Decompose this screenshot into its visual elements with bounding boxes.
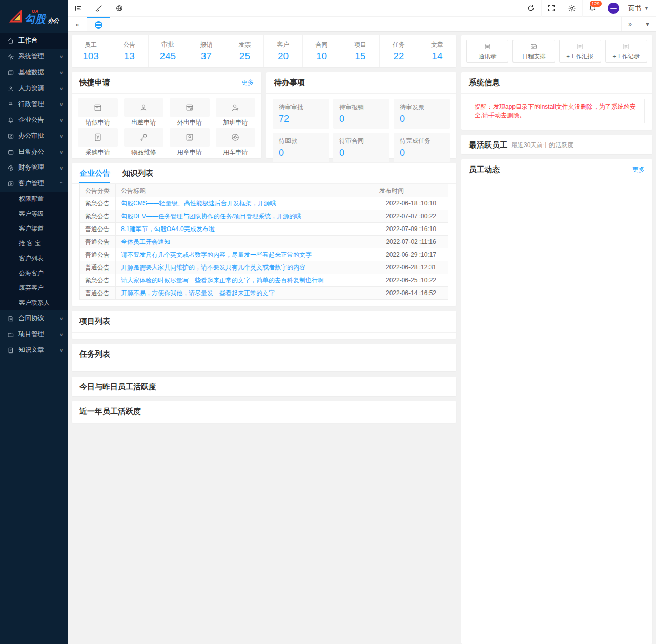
quick-apply-用车申请[interactable]: 用车申请: [216, 128, 256, 156]
action-通讯录[interactable]: 通讯录: [466, 40, 508, 63]
sidebar-item-工作台[interactable]: 工作台: [0, 33, 68, 49]
sidebar-subitem-客户渠道[interactable]: 客户渠道: [0, 221, 68, 236]
folder-icon: [7, 331, 14, 338]
sidebar-subitem-客户等级[interactable]: 客户等级: [0, 206, 68, 221]
tabs-menu-icon[interactable]: ▾: [639, 17, 656, 31]
announcement-title-link[interactable]: 勾股CMS——轻量级、高性能极速后台开发框架，开源哦: [121, 200, 276, 207]
sidebar-item-知识文章[interactable]: 知识文章∨: [0, 342, 68, 358]
action-日程安排[interactable]: 日程安排: [512, 40, 555, 63]
sidebar-item-合同协议[interactable]: 合同协议∨: [0, 310, 68, 326]
sidebar-item-办公审批[interactable]: 办公审批∨: [0, 128, 68, 144]
quick-apply-采购申请[interactable]: 采购申请: [78, 128, 118, 156]
theme-brush-icon[interactable]: [89, 0, 109, 17]
stat-员工[interactable]: 员工103: [72, 35, 110, 67]
todo-待审合同[interactable]: 待审合同0: [333, 133, 389, 162]
announcement-title-link[interactable]: 请不要发只有几个英文或者数字的内容，尽量发一些看起来正常的文字: [121, 251, 312, 258]
tab-知识列表[interactable]: 知识列表: [122, 169, 153, 183]
notifications-bell-icon[interactable]: 129: [582, 0, 603, 17]
sidebar-item-日常办公[interactable]: 日常办公∨: [0, 144, 68, 160]
language-globe-icon[interactable]: [109, 0, 130, 17]
employee-feed-more-link[interactable]: 更多: [632, 165, 645, 174]
sidebar-item-财务管理[interactable]: 财务管理∨: [0, 160, 68, 176]
sidebar-item-企业公告[interactable]: 企业公告∨: [0, 112, 68, 128]
quick-apply-外出申请[interactable]: 外出申请: [170, 98, 210, 126]
user-menu[interactable]: 一页书 ▼: [603, 3, 656, 14]
sidebar-subitem-客户联系人[interactable]: 客户联系人: [0, 296, 68, 310]
quick-apply-请假申请[interactable]: 请假申请: [78, 98, 118, 126]
sidebar-item-人力资源[interactable]: 人力资源∨: [0, 80, 68, 96]
action-+工作记录[interactable]: +工作记录: [605, 40, 647, 63]
app-logo[interactable]: OA 勾股 办公: [0, 0, 68, 33]
stat-项目[interactable]: 项目15: [341, 35, 380, 67]
quick-apply-加班申请[interactable]: 加班申请: [216, 98, 256, 126]
notification-badge: 129: [590, 1, 602, 7]
employee-feed-list: [461, 178, 652, 187]
stat-label: 审批: [161, 40, 174, 49]
refresh-icon[interactable]: [521, 0, 541, 17]
quick-apply-more-link[interactable]: 更多: [241, 78, 254, 87]
action-+工作汇报[interactable]: +工作汇报: [559, 40, 601, 63]
stat-value: 103: [83, 51, 99, 62]
fullscreen-icon[interactable]: [541, 0, 562, 17]
announcement-title-link[interactable]: 开源是需要大家共同维护的，请不要发只有几个英文或者数字的内容: [121, 264, 305, 271]
stat-公告[interactable]: 公告13: [110, 35, 149, 67]
settings-gear-icon[interactable]: [562, 0, 582, 17]
heatmap-title: 近一年员工活跃度: [79, 407, 141, 417]
todo-待回款[interactable]: 待回款0: [273, 133, 329, 162]
sidebar-subitem-抢客宝[interactable]: 抢 客 宝: [0, 236, 68, 251]
stat-客户[interactable]: 客户20: [264, 35, 302, 67]
coin-icon: [7, 164, 14, 172]
quick-apply-物品维修[interactable]: 物品维修: [124, 128, 164, 156]
todo-待审发票[interactable]: 待审发票0: [394, 99, 450, 129]
sidebar-subitem-客户列表[interactable]: 客户列表: [0, 251, 68, 266]
tabs-scroll-left-icon[interactable]: «: [68, 17, 87, 31]
announcement-category: 紧急公告: [80, 274, 116, 287]
sidebar-item-行政管理[interactable]: 行政管理∨: [0, 96, 68, 112]
contacts-icon: [484, 43, 491, 50]
announcement-title-link[interactable]: 开源不易，方便你我他，请尽量发一些看起来正常的文字: [121, 289, 275, 297]
announcement-title-link[interactable]: 请大家体验的时候尽量写一些看起来正常的文字，简单的去百科复制也行啊: [121, 277, 324, 284]
sidebar-item-label: 项目管理: [18, 330, 59, 339]
announcement-title-link[interactable]: 8.1建军节，勾股OA4.0完成发布啦: [121, 225, 215, 233]
col-header: 公告分类: [80, 184, 116, 197]
sidebar-subitem-公海客户[interactable]: 公海客户: [0, 266, 68, 281]
stat-label: 发票: [238, 40, 251, 49]
tab-企业公告[interactable]: 企业公告: [79, 169, 110, 183]
stat-报销[interactable]: 报销37: [187, 35, 225, 67]
sidebar-subitem-权限配置[interactable]: 权限配置: [0, 192, 68, 206]
quick-apply-用章申请[interactable]: 用章申请: [170, 128, 210, 156]
idcard-icon: [7, 133, 14, 140]
announcement-title-link[interactable]: 勾股DEV——任务管理与团队协作的任务/项目管理系统，开源的哦: [121, 213, 301, 220]
logo-triangle-icon: [9, 10, 23, 23]
col-header: 发布时间: [374, 184, 448, 197]
chevron-up-icon: ⌃: [59, 181, 63, 186]
announcement-title-link[interactable]: 全体员工开会通知: [121, 238, 170, 245]
stat-任务[interactable]: 任务22: [380, 35, 418, 67]
sidebar-subitem-废弃客户[interactable]: 废弃客户: [0, 281, 68, 296]
todo-待完成任务[interactable]: 待完成任务0: [394, 133, 450, 162]
todo-待审报销[interactable]: 待审报销0: [333, 99, 389, 129]
stat-发票[interactable]: 发票25: [225, 35, 264, 67]
tab-workbench[interactable]: [87, 17, 110, 31]
stat-审批[interactable]: 审批245: [149, 35, 187, 67]
projects-card: 项目列表: [72, 311, 456, 339]
stat-label: 任务: [393, 40, 405, 49]
collapse-menu-icon[interactable]: [68, 0, 89, 17]
announcements-table: 公告分类公告标题发布时间 紧急公告勾股CMS——轻量级、高性能极速后台开发框架，…: [79, 184, 448, 300]
action-label: 通讯录: [479, 53, 497, 60]
quick-apply-出差申请[interactable]: 出差申请: [124, 98, 164, 126]
todo-value: 0: [339, 114, 383, 124]
doc-lines-icon: [93, 102, 103, 113]
sidebar-item-基础数据[interactable]: 基础数据∨: [0, 65, 68, 80]
tabs-scroll-right-icon[interactable]: »: [621, 17, 639, 31]
sidebar-item-项目管理[interactable]: 项目管理∨: [0, 326, 68, 342]
sidebar-item-系统管理[interactable]: 系统管理∨: [0, 49, 68, 65]
customer-icon: [7, 180, 14, 188]
tasks-title: 任务列表: [79, 349, 110, 359]
sidebar-item-客户管理[interactable]: 客户管理⌃: [0, 176, 68, 192]
announcement-time: 2022-07-07 :00:22: [374, 210, 448, 223]
stat-合同[interactable]: 合同10: [303, 35, 341, 67]
todo-待审审批[interactable]: 待审审批72: [273, 99, 329, 129]
stat-文章[interactable]: 文章14: [418, 35, 456, 67]
stat-value: 245: [159, 51, 176, 62]
